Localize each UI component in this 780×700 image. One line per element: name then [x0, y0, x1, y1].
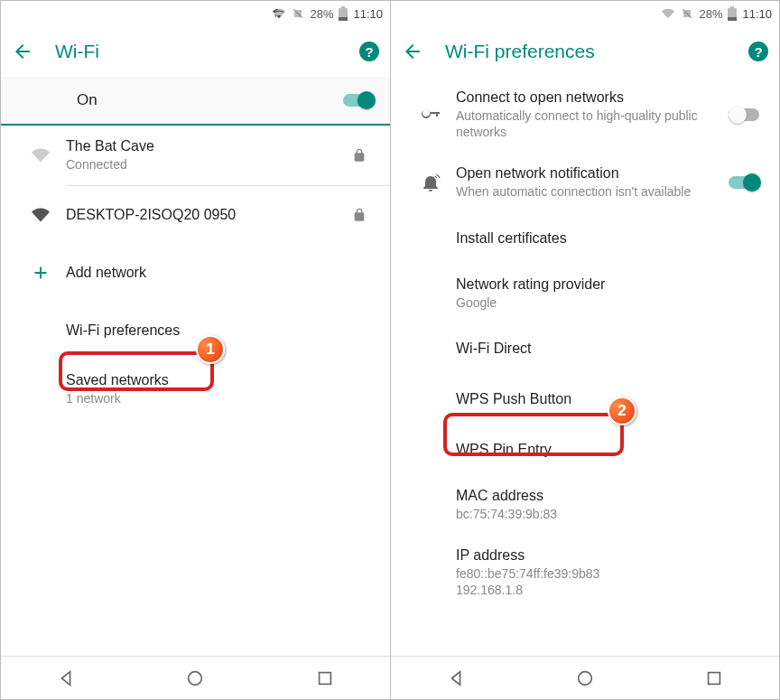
- svg-rect-4: [320, 672, 331, 684]
- battery-icon: [339, 6, 348, 21]
- svg-point-8: [579, 671, 592, 685]
- ip-address-row: IP address fe80::be75:74ff:fe39:9b83 192…: [391, 535, 779, 602]
- lock-icon: [347, 207, 372, 223]
- wifi-network-status: Connected: [66, 156, 339, 173]
- wifi-network-name: The Bat Cave: [66, 138, 339, 154]
- open-network-notification-row[interactable]: Open network notification When automatic…: [391, 153, 779, 212]
- phone-right: 28% 11:10 Wi-Fi preferences ? Connect to…: [390, 1, 779, 699]
- nav-back-icon[interactable]: [446, 668, 466, 688]
- plus-icon: [15, 263, 66, 283]
- key-icon: [405, 104, 456, 126]
- wifi-network-name: DESKTOP-2ISOQ20 0950: [66, 207, 339, 223]
- svg-rect-7: [730, 6, 734, 8]
- mac-title: MAC address: [456, 488, 754, 504]
- wifi-preferences-row[interactable]: Wi-Fi preferences: [1, 302, 390, 359]
- wifi-signal-icon: [15, 146, 66, 164]
- wps-pin-label: WPS Pin Entry: [456, 442, 754, 458]
- bell-signal-icon: [405, 172, 456, 193]
- install-certificates-label: Install certificates: [456, 230, 754, 247]
- help-icon[interactable]: ?: [359, 42, 379, 61]
- battery-percent: 28%: [310, 7, 333, 21]
- wps-push-label: WPS Push Button: [456, 391, 754, 407]
- nav-recent-icon[interactable]: [704, 668, 724, 688]
- back-icon[interactable]: [12, 41, 33, 62]
- wps-pin-entry-row[interactable]: WPS Pin Entry: [391, 425, 779, 475]
- wifi-network-row[interactable]: DESKTOP-2ISOQ20 0950: [1, 186, 390, 244]
- connect-open-networks-row[interactable]: Connect to open networks Automatically c…: [391, 77, 779, 153]
- wifi-master-switch-row[interactable]: On: [1, 77, 390, 126]
- ip-value: fe80::be75:74ff:fe39:9b83 192.168.1.8: [456, 565, 754, 598]
- svg-point-3: [189, 671, 202, 685]
- open-networks-title: Connect to open networks: [456, 89, 721, 106]
- page-title: Wi-Fi preferences: [445, 41, 727, 62]
- page-title: Wi-Fi: [55, 41, 338, 62]
- mac-value: bc:75:74:39:9b:83: [456, 506, 754, 522]
- nav-home-icon[interactable]: [575, 668, 595, 688]
- wifi-status-icon: [272, 7, 286, 20]
- nav-recent-icon[interactable]: [315, 668, 335, 688]
- wifi-status-icon: [661, 7, 675, 20]
- nav-bar: [1, 656, 390, 699]
- wps-push-button-row[interactable]: WPS Push Button: [391, 374, 779, 425]
- clock: 11:10: [353, 7, 383, 21]
- svg-rect-6: [728, 17, 737, 21]
- lock-icon: [347, 147, 372, 163]
- notification-title: Open network notification: [456, 165, 721, 182]
- wifi-master-label: On: [77, 91, 98, 109]
- open-networks-switch[interactable]: [729, 106, 761, 124]
- notification-switch[interactable]: [729, 173, 761, 191]
- clock: 11:10: [742, 7, 772, 21]
- add-network-label: Add network: [66, 265, 365, 281]
- wifi-preferences-label: Wi-Fi preferences: [66, 322, 365, 339]
- status-bar: 28% 11:10: [1, 1, 390, 26]
- svg-rect-9: [709, 672, 720, 684]
- no-sim-icon: [681, 6, 693, 21]
- phone-left: 28% 11:10 Wi-Fi ? On The Bat Cave Conn: [1, 1, 390, 699]
- back-icon[interactable]: [402, 41, 423, 62]
- network-rating-row[interactable]: Network rating provider Google: [391, 264, 779, 323]
- wifi-signal-icon: [15, 206, 66, 224]
- add-network-row[interactable]: Add network: [1, 244, 390, 302]
- saved-networks-row[interactable]: Saved networks 1 network: [1, 359, 390, 419]
- battery-percent: 28%: [699, 7, 722, 21]
- battery-icon: [728, 6, 737, 21]
- nav-back-icon[interactable]: [56, 668, 76, 688]
- saved-networks-sub: 1 network: [66, 390, 365, 406]
- install-certificates-row[interactable]: Install certificates: [391, 213, 779, 264]
- svg-rect-1: [339, 17, 348, 21]
- app-bar: Wi-Fi ?: [1, 26, 390, 77]
- nav-bar: [391, 656, 779, 699]
- notification-sub: When automatic connection isn't availabl…: [456, 183, 721, 200]
- saved-networks-title: Saved networks: [66, 372, 365, 388]
- wifi-network-row[interactable]: The Bat Cave Connected: [1, 126, 390, 185]
- status-bar: 28% 11:10: [391, 1, 779, 26]
- nav-home-icon[interactable]: [185, 668, 205, 688]
- help-icon[interactable]: ?: [748, 42, 768, 61]
- open-networks-sub: Automatically connect to high-quality pu…: [456, 107, 721, 140]
- network-rating-sub: Google: [456, 294, 754, 311]
- svg-rect-2: [341, 6, 345, 8]
- no-sim-icon: [292, 6, 304, 21]
- wifi-master-switch[interactable]: [343, 91, 376, 109]
- mac-address-row: MAC address bc:75:74:39:9b:83: [391, 475, 779, 535]
- ip-title: IP address: [456, 547, 754, 564]
- wifi-direct-label: Wi-Fi Direct: [456, 341, 754, 357]
- app-bar: Wi-Fi preferences ?: [391, 26, 779, 77]
- wifi-direct-row[interactable]: Wi-Fi Direct: [391, 323, 779, 374]
- network-rating-title: Network rating provider: [456, 276, 754, 293]
